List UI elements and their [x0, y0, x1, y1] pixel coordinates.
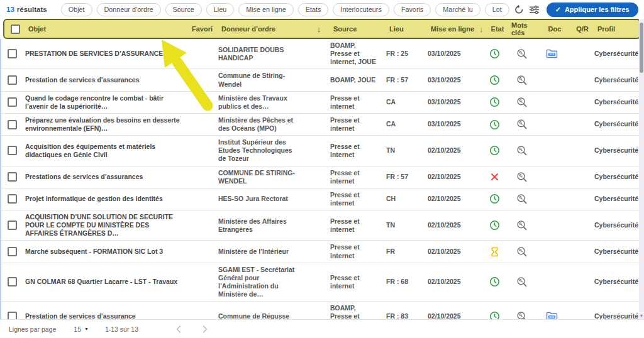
column-header-mise-en-ligne[interactable]: Mise en ligne ↓: [427, 25, 484, 34]
cell-profil: Cybersécurité: [591, 76, 644, 84]
table-row[interactable]: Préparez une évaluation des besoins en d…: [1, 114, 644, 136]
table-row[interactable]: Prestation de services d’assurance Commu…: [1, 302, 644, 319]
row-checkbox[interactable]: [8, 146, 17, 155]
filter-settings-icon[interactable]: [529, 3, 540, 16]
cell-source: Presse et internet: [326, 191, 382, 207]
etat-rejected-cross-icon: [490, 172, 499, 182]
table-row[interactable]: Projet informatique de gestion des ident…: [1, 188, 644, 210]
keyword-search-icon[interactable]: [516, 172, 528, 183]
cell-objet: Prestations de services d’assurances: [24, 173, 189, 181]
cell-doc[interactable]: DCE: [536, 312, 567, 319]
column-header-profil[interactable]: Profil: [594, 25, 640, 33]
keyword-search-icon[interactable]: [516, 145, 528, 156]
row-checkbox[interactable]: [8, 221, 17, 230]
cell-profil: Cybersécurité: [591, 98, 644, 106]
previous-page-button[interactable]: [170, 323, 187, 335]
row-checkbox[interactable]: [8, 49, 17, 58]
filter-chip[interactable]: Favoris: [394, 3, 431, 16]
keyword-search-icon[interactable]: [516, 48, 528, 60]
dce-document-icon[interactable]: DCE: [546, 49, 558, 58]
row-checkbox[interactable]: [8, 312, 17, 319]
column-header-mots-cles[interactable]: Mots clés: [511, 21, 539, 36]
column-header-source[interactable]: Source: [329, 25, 386, 33]
cell-mots-cles[interactable]: [508, 276, 536, 288]
select-all-checkbox[interactable]: [11, 25, 20, 34]
table-row[interactable]: Prestation de services d’assurances Comm…: [1, 69, 644, 91]
etat-pending-clock-icon: [489, 97, 500, 107]
filter-chip[interactable]: Etats: [298, 3, 329, 16]
cell-profil: Cybersécurité: [591, 195, 644, 203]
cell-etat: [480, 220, 508, 231]
keyword-search-icon[interactable]: [516, 119, 528, 130]
rows-per-page-select[interactable]: 15 ▼: [74, 325, 89, 333]
filter-chip[interactable]: Interlocuteurs: [333, 3, 389, 16]
filter-chip[interactable]: Objet: [61, 3, 92, 16]
column-header-donneur[interactable]: Donneur d’ordre: [218, 25, 309, 33]
reset-filters-icon[interactable]: [514, 3, 525, 16]
row-checkbox[interactable]: [8, 120, 17, 129]
column-header-favori[interactable]: Favori: [192, 25, 218, 33]
keyword-search-icon[interactable]: [516, 276, 528, 288]
cell-mots-cles[interactable]: [508, 194, 536, 205]
row-checkbox[interactable]: [8, 75, 17, 85]
sort-descending-icon[interactable]: ↓: [317, 25, 321, 34]
cell-mots-cles[interactable]: [508, 97, 536, 108]
etat-pending-clock-icon: [489, 75, 500, 85]
cell-mots-cles[interactable]: [508, 246, 536, 258]
cell-mise-en-ligne: 02/10/2025: [424, 248, 480, 256]
column-header-qr[interactable]: Q/R: [570, 25, 594, 33]
column-header-doc[interactable]: Doc: [539, 25, 570, 33]
keyword-search-icon[interactable]: [516, 220, 528, 231]
keyword-search-icon[interactable]: [516, 246, 528, 258]
keyword-search-icon[interactable]: [516, 97, 528, 108]
table-row[interactable]: Marché subséquent - FORMATION SIC Lot 3 …: [1, 241, 644, 263]
row-checkbox[interactable]: [8, 97, 17, 107]
cell-source: BOAMP, Presse et internet, JOUE: [326, 304, 382, 319]
scrollbar-down-arrow[interactable]: ▼: [639, 313, 644, 318]
cell-source: BOAMP, Presse et internet, JOUE: [326, 41, 382, 66]
filter-chip[interactable]: Lot: [485, 3, 509, 16]
apply-filters-button[interactable]: ✓ Appliquer les filtres: [547, 3, 638, 17]
cell-lieu: FR : 68: [382, 278, 424, 286]
cell-objet: Acquisition des équipements et matériels…: [24, 143, 189, 159]
cell-objet: Marché subséquent - FORMATION SIC Lot 3: [24, 248, 189, 256]
vertical-scrollbar[interactable]: ▼: [639, 19, 644, 319]
cell-objet: ACQUISITION D’UNE SOLUTION DE SECURITE P…: [24, 213, 189, 237]
keyword-search-icon[interactable]: [516, 194, 528, 205]
column-header-etat[interactable]: Etat: [484, 25, 511, 33]
column-header-objet[interactable]: Objet: [27, 25, 192, 33]
keyword-search-icon[interactable]: [516, 311, 528, 319]
table-row[interactable]: Acquisition des équipements et matériels…: [1, 136, 644, 166]
cell-mots-cles[interactable]: [508, 119, 536, 130]
row-checkbox[interactable]: [8, 194, 17, 204]
filter-chip[interactable]: Source: [165, 3, 202, 16]
row-checkbox[interactable]: [8, 247, 17, 256]
table-row[interactable]: Prestations de services d’assurances COM…: [1, 166, 644, 188]
cell-mots-cles[interactable]: [508, 220, 536, 231]
cell-mots-cles[interactable]: [508, 172, 536, 183]
cell-etat: [480, 172, 508, 182]
keyword-search-icon[interactable]: [516, 75, 528, 86]
table-row[interactable]: PRESTATION DE SERVICES D’ASSURANCE SOLID…: [1, 39, 644, 69]
dce-document-icon[interactable]: DCE: [546, 312, 558, 319]
cell-lieu: FR : 57: [382, 76, 424, 84]
sort-descending-active-icon[interactable]: ↓: [479, 25, 484, 34]
filter-chip[interactable]: Lieu: [206, 3, 234, 16]
filter-chip[interactable]: Donneur d’ordre: [97, 3, 161, 16]
filter-chip[interactable]: Mise en ligne: [238, 3, 294, 16]
table-row[interactable]: Quand le codage rencontre le combat - bâ…: [1, 92, 644, 114]
cell-mots-cles[interactable]: [508, 145, 536, 156]
table-row[interactable]: GN COLMAR 68 Quartier Lacarre - LST - Tr…: [1, 263, 644, 302]
column-header-lieu[interactable]: Lieu: [386, 25, 427, 33]
row-checkbox[interactable]: [8, 277, 17, 286]
cell-mots-cles[interactable]: [508, 48, 536, 60]
cell-doc[interactable]: DCE: [536, 49, 567, 58]
next-page-button[interactable]: [196, 323, 214, 335]
filter-chip[interactable]: Marché lu: [435, 3, 480, 16]
scrollbar-thumb[interactable]: [640, 23, 643, 73]
row-checkbox[interactable]: [8, 172, 17, 182]
cell-source: Presse et internet: [326, 116, 382, 133]
table-row[interactable]: ACQUISITION D’UNE SOLUTION DE SECURITE P…: [1, 210, 644, 241]
cell-mots-cles[interactable]: [508, 75, 536, 86]
cell-mots-cles[interactable]: [508, 311, 536, 319]
